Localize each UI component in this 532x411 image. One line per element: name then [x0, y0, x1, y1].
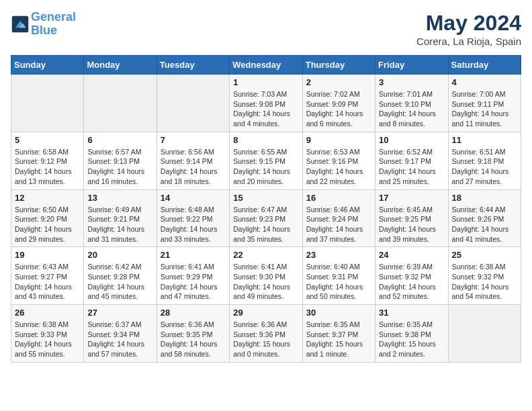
calendar-cell: 11Sunrise: 6:51 AMSunset: 9:18 PMDayligh… — [448, 132, 521, 189]
day-info: Sunrise: 6:36 AMSunset: 9:36 PMDaylight:… — [233, 320, 298, 359]
calendar-cell: 29Sunrise: 6:36 AMSunset: 9:36 PMDayligh… — [230, 305, 302, 363]
day-number: 11 — [452, 135, 517, 145]
weekday-header-tuesday: Tuesday — [157, 56, 229, 75]
day-number: 14 — [161, 193, 226, 203]
day-info: Sunrise: 7:02 AMSunset: 9:09 PMDaylight:… — [306, 89, 371, 129]
page-header: GeneralBlue May 2024 Corera, La Rioja, S… — [11, 11, 521, 47]
calendar-cell: 23Sunrise: 6:40 AMSunset: 9:31 PMDayligh… — [302, 247, 375, 305]
weekday-header-sunday: Sunday — [11, 56, 84, 75]
calendar-week-row: 12Sunrise: 6:50 AMSunset: 9:20 PMDayligh… — [11, 189, 521, 247]
day-info: Sunrise: 6:37 AMSunset: 9:34 PMDaylight:… — [87, 320, 152, 359]
day-info: Sunrise: 6:51 AMSunset: 9:18 PMDaylight:… — [452, 147, 517, 187]
calendar-cell: 30Sunrise: 6:35 AMSunset: 9:37 PMDayligh… — [302, 305, 375, 363]
day-info: Sunrise: 6:49 AMSunset: 9:21 PMDaylight:… — [87, 205, 152, 244]
day-info: Sunrise: 7:03 AMSunset: 9:08 PMDaylight:… — [233, 89, 298, 129]
calendar-week-row: 5Sunrise: 6:58 AMSunset: 9:12 PMDaylight… — [11, 132, 521, 189]
calendar-cell: 16Sunrise: 6:46 AMSunset: 9:24 PMDayligh… — [302, 189, 375, 247]
calendar-cell: 22Sunrise: 6:41 AMSunset: 9:30 PMDayligh… — [230, 247, 302, 305]
day-number: 12 — [15, 193, 80, 203]
calendar-body: 1Sunrise: 7:03 AMSunset: 9:08 PMDaylight… — [11, 75, 521, 363]
day-number: 7 — [161, 135, 226, 145]
calendar-week-row: 1Sunrise: 7:03 AMSunset: 9:08 PMDaylight… — [11, 75, 521, 132]
day-number: 19 — [15, 250, 80, 260]
day-info: Sunrise: 6:43 AMSunset: 9:27 PMDaylight:… — [15, 262, 80, 302]
calendar-cell: 25Sunrise: 6:38 AMSunset: 9:32 PMDayligh… — [448, 247, 521, 305]
calendar-cell: 21Sunrise: 6:41 AMSunset: 9:29 PMDayligh… — [157, 247, 229, 305]
weekday-header-thursday: Thursday — [302, 56, 375, 75]
day-number: 29 — [233, 308, 298, 318]
calendar-cell — [11, 75, 84, 132]
day-info: Sunrise: 6:44 AMSunset: 9:26 PMDaylight:… — [452, 205, 517, 244]
day-number: 17 — [379, 193, 444, 203]
day-number: 16 — [306, 193, 371, 203]
calendar-cell: 18Sunrise: 6:44 AMSunset: 9:26 PMDayligh… — [448, 189, 521, 247]
day-number: 4 — [452, 77, 517, 87]
day-info: Sunrise: 6:36 AMSunset: 9:35 PMDaylight:… — [161, 320, 226, 359]
weekday-header-monday: Monday — [84, 56, 157, 75]
calendar-week-row: 26Sunrise: 6:38 AMSunset: 9:33 PMDayligh… — [11, 305, 521, 363]
calendar-cell: 13Sunrise: 6:49 AMSunset: 9:21 PMDayligh… — [84, 189, 157, 247]
calendar-cell: 9Sunrise: 6:53 AMSunset: 9:16 PMDaylight… — [302, 132, 375, 189]
weekday-header-friday: Friday — [375, 56, 448, 75]
day-number: 31 — [379, 308, 444, 318]
day-number: 24 — [379, 250, 444, 260]
day-info: Sunrise: 6:50 AMSunset: 9:20 PMDaylight:… — [15, 205, 80, 244]
day-number: 23 — [306, 250, 371, 260]
calendar-cell: 27Sunrise: 6:37 AMSunset: 9:34 PMDayligh… — [84, 305, 157, 363]
calendar-cell: 20Sunrise: 6:42 AMSunset: 9:28 PMDayligh… — [84, 247, 157, 305]
calendar-cell: 8Sunrise: 6:55 AMSunset: 9:15 PMDaylight… — [230, 132, 302, 189]
calendar-cell: 31Sunrise: 6:35 AMSunset: 9:38 PMDayligh… — [375, 305, 448, 363]
day-info: Sunrise: 6:41 AMSunset: 9:30 PMDaylight:… — [233, 262, 298, 302]
day-info: Sunrise: 6:55 AMSunset: 9:15 PMDaylight:… — [233, 147, 298, 187]
calendar-cell: 5Sunrise: 6:58 AMSunset: 9:12 PMDaylight… — [11, 132, 84, 189]
day-number: 26 — [15, 308, 80, 318]
calendar-cell: 10Sunrise: 6:52 AMSunset: 9:17 PMDayligh… — [375, 132, 448, 189]
day-number: 8 — [233, 135, 298, 145]
calendar-cell: 24Sunrise: 6:39 AMSunset: 9:32 PMDayligh… — [375, 247, 448, 305]
day-number: 5 — [15, 135, 80, 145]
calendar-title: May 2024 — [416, 11, 521, 36]
day-info: Sunrise: 6:57 AMSunset: 9:13 PMDaylight:… — [87, 147, 152, 187]
day-info: Sunrise: 6:38 AMSunset: 9:33 PMDaylight:… — [15, 320, 80, 359]
calendar-cell: 6Sunrise: 6:57 AMSunset: 9:13 PMDaylight… — [84, 132, 157, 189]
day-info: Sunrise: 6:41 AMSunset: 9:29 PMDaylight:… — [161, 262, 226, 302]
weekday-header-wednesday: Wednesday — [230, 56, 302, 75]
calendar-cell: 3Sunrise: 7:01 AMSunset: 9:10 PMDaylight… — [375, 75, 448, 132]
calendar-cell: 14Sunrise: 6:48 AMSunset: 9:22 PMDayligh… — [157, 189, 229, 247]
day-number: 27 — [87, 308, 152, 318]
calendar-location: Corera, La Rioja, Spain — [416, 36, 521, 47]
calendar-cell — [448, 305, 521, 363]
day-number: 21 — [161, 250, 226, 260]
day-number: 18 — [452, 193, 517, 203]
day-number: 3 — [379, 77, 444, 87]
day-info: Sunrise: 6:38 AMSunset: 9:32 PMDaylight:… — [452, 262, 517, 302]
day-info: Sunrise: 6:45 AMSunset: 9:25 PMDaylight:… — [379, 205, 444, 244]
logo-icon — [11, 15, 30, 34]
day-info: Sunrise: 6:42 AMSunset: 9:28 PMDaylight:… — [87, 262, 152, 302]
calendar-cell: 26Sunrise: 6:38 AMSunset: 9:33 PMDayligh… — [11, 305, 84, 363]
calendar-cell — [84, 75, 157, 132]
day-info: Sunrise: 6:53 AMSunset: 9:16 PMDaylight:… — [306, 147, 371, 187]
day-info: Sunrise: 6:56 AMSunset: 9:14 PMDaylight:… — [161, 147, 226, 187]
day-number: 25 — [452, 250, 517, 260]
day-number: 13 — [87, 193, 152, 203]
day-number: 15 — [233, 193, 298, 203]
day-info: Sunrise: 6:47 AMSunset: 9:23 PMDaylight:… — [233, 205, 298, 244]
day-number: 9 — [306, 135, 371, 145]
day-info: Sunrise: 6:40 AMSunset: 9:31 PMDaylight:… — [306, 262, 371, 302]
day-number: 28 — [161, 308, 226, 318]
calendar-cell: 19Sunrise: 6:43 AMSunset: 9:27 PMDayligh… — [11, 247, 84, 305]
calendar-cell — [157, 75, 229, 132]
calendar-cell: 1Sunrise: 7:03 AMSunset: 9:08 PMDaylight… — [230, 75, 302, 132]
title-block: May 2024 Corera, La Rioja, Spain — [416, 11, 521, 47]
day-info: Sunrise: 7:00 AMSunset: 9:11 PMDaylight:… — [452, 89, 517, 129]
day-number: 1 — [233, 77, 298, 87]
day-info: Sunrise: 6:35 AMSunset: 9:37 PMDaylight:… — [306, 320, 371, 359]
day-number: 10 — [379, 135, 444, 145]
calendar-table: SundayMondayTuesdayWednesdayThursdayFrid… — [11, 55, 521, 363]
day-info: Sunrise: 6:52 AMSunset: 9:17 PMDaylight:… — [379, 147, 444, 187]
calendar-cell: 7Sunrise: 6:56 AMSunset: 9:14 PMDaylight… — [157, 132, 229, 189]
day-info: Sunrise: 6:48 AMSunset: 9:22 PMDaylight:… — [161, 205, 226, 244]
calendar-cell: 17Sunrise: 6:45 AMSunset: 9:25 PMDayligh… — [375, 189, 448, 247]
calendar-cell: 12Sunrise: 6:50 AMSunset: 9:20 PMDayligh… — [11, 189, 84, 247]
